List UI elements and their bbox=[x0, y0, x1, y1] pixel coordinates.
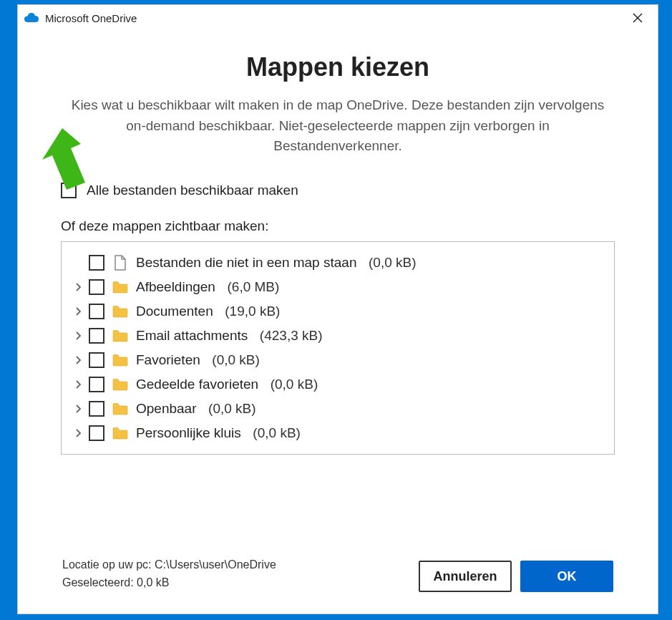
select-all-row: Alle bestanden beschikbaar maken bbox=[61, 183, 615, 198]
folder-checkbox[interactable] bbox=[89, 328, 104, 344]
expand-toggle[interactable] bbox=[73, 307, 84, 316]
folder-size: (0,0 kB) bbox=[208, 401, 256, 417]
expand-toggle[interactable] bbox=[73, 405, 84, 413]
selected-size-label: Geselecteerd: 0,0 kB bbox=[62, 573, 276, 592]
folder-size: (19,0 kB) bbox=[225, 304, 280, 319]
folder-icon bbox=[112, 377, 129, 392]
folder-icon bbox=[112, 328, 129, 344]
folder-row: Gedeelde favorieten (0,0 kB) bbox=[73, 372, 603, 397]
folder-name: Email attachments bbox=[136, 328, 248, 344]
dialog-footer: Locatie op uw pc: C:\Users\user\OneDrive… bbox=[61, 556, 615, 599]
dialog-description: Kies wat u beschikbaar wilt maken in de … bbox=[68, 95, 608, 157]
select-all-label: Alle bestanden beschikbaar maken bbox=[87, 183, 298, 198]
folder-icon bbox=[112, 425, 129, 441]
expand-toggle[interactable] bbox=[73, 331, 84, 340]
folder-checkbox[interactable] bbox=[89, 352, 104, 368]
expand-toggle[interactable] bbox=[73, 380, 84, 389]
folder-list: Bestanden die niet in een map staan (0,0… bbox=[61, 241, 615, 455]
window-title: Microsoft OneDrive bbox=[45, 12, 623, 24]
folder-name: Favorieten bbox=[136, 352, 200, 368]
folder-checkbox[interactable] bbox=[89, 401, 104, 417]
dialog-content: Mappen kiezen Kies wat u beschikbaar wil… bbox=[18, 31, 658, 614]
folder-size: (423,3 kB) bbox=[260, 328, 323, 344]
expand-toggle[interactable] bbox=[73, 356, 84, 364]
folder-row: Email attachments (423,3 kB) bbox=[73, 324, 603, 348]
folder-name: Gedeelde favorieten bbox=[136, 377, 258, 392]
expand-toggle[interactable] bbox=[73, 283, 84, 291]
folder-name: Afbeeldingen bbox=[136, 279, 215, 295]
dialog-heading: Mappen kiezen bbox=[61, 52, 615, 82]
folder-icon bbox=[112, 352, 129, 368]
cancel-button[interactable]: Annuleren bbox=[419, 561, 512, 592]
onedrive-choose-folders-dialog: Microsoft OneDrive Mappen kiezen Kies wa… bbox=[17, 4, 658, 614]
folder-row: Documenten (19,0 kB) bbox=[73, 299, 603, 324]
onedrive-cloud-icon bbox=[24, 12, 39, 24]
folder-name: Documenten bbox=[136, 304, 213, 319]
folder-row: Favorieten (0,0 kB) bbox=[73, 348, 603, 372]
titlebar: Microsoft OneDrive bbox=[18, 5, 658, 31]
folder-row: Persoonlijke kluis (0,0 kB) bbox=[73, 421, 603, 445]
footer-info: Locatie op uw pc: C:\Users\user\OneDrive… bbox=[62, 556, 276, 592]
folders-subheading: Of deze mappen zichtbaar maken: bbox=[61, 218, 615, 234]
folder-checkbox[interactable] bbox=[89, 255, 104, 271]
folder-icon bbox=[112, 304, 129, 319]
select-all-checkbox[interactable] bbox=[61, 183, 77, 198]
expand-toggle[interactable] bbox=[73, 429, 84, 437]
folder-name: Persoonlijke kluis bbox=[136, 425, 241, 441]
folder-row: Bestanden die niet in een map staan (0,0… bbox=[73, 251, 603, 275]
folder-icon bbox=[112, 279, 129, 295]
folder-icon bbox=[112, 401, 129, 417]
location-label: Locatie op uw pc: C:\Users\user\OneDrive bbox=[62, 556, 276, 574]
folder-checkbox[interactable] bbox=[89, 377, 104, 392]
folder-row: Afbeeldingen (6,0 MB) bbox=[73, 275, 603, 299]
folder-size: (0,0 kB) bbox=[253, 425, 301, 441]
ok-button[interactable]: OK bbox=[520, 561, 613, 592]
folder-checkbox[interactable] bbox=[89, 425, 104, 441]
file-icon bbox=[112, 255, 129, 271]
folder-size: (6,0 MB) bbox=[228, 279, 280, 295]
folder-checkbox[interactable] bbox=[89, 279, 104, 295]
folder-name: Bestanden die niet in een map staan bbox=[136, 255, 356, 271]
folder-size: (0,0 kB) bbox=[212, 352, 260, 368]
close-button[interactable] bbox=[623, 8, 652, 28]
folder-row: Openbaar (0,0 kB) bbox=[73, 397, 603, 421]
folder-name: Openbaar bbox=[136, 401, 197, 417]
folder-checkbox[interactable] bbox=[89, 304, 104, 319]
close-icon bbox=[633, 13, 643, 23]
folder-size: (0,0 kB) bbox=[369, 255, 417, 271]
folder-size: (0,0 kB) bbox=[271, 377, 318, 392]
